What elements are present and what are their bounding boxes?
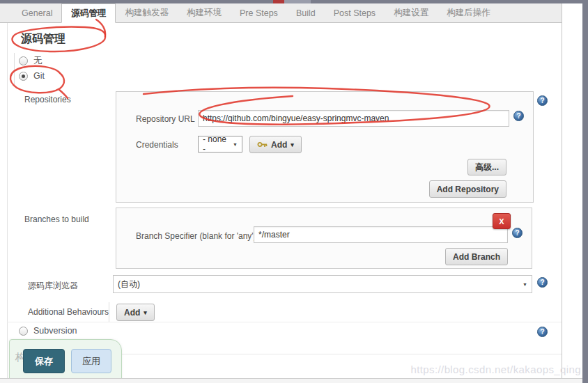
tab-post-steps[interactable]: Post Steps <box>325 3 385 22</box>
tab-build[interactable]: Build <box>287 3 325 22</box>
repository-chunk: Repository URL Credentials - none - ▼ Ad… <box>116 91 534 203</box>
repository-url-input[interactable] <box>198 110 509 127</box>
radio-subversion-icon[interactable] <box>19 327 28 336</box>
add-branch-label: Add Branch <box>453 252 500 262</box>
tab-build-triggers[interactable]: 构建触发器 <box>116 3 178 22</box>
tab-build-settings[interactable]: 构建设置 <box>385 3 438 22</box>
repo-browser-selected-value: (自动) <box>118 279 140 290</box>
key-icon <box>257 141 268 148</box>
apply-button-label: 应用 <box>82 355 100 368</box>
tab-build-environment[interactable]: 构建环境 <box>178 3 231 22</box>
radio-none-icon[interactable] <box>19 56 28 65</box>
right-gutter <box>562 3 583 383</box>
config-tab-bar: General 源码管理 构建触发器 构建环境 Pre Steps Build … <box>0 3 562 23</box>
tab-source-code-management[interactable]: 源码管理 <box>61 3 116 23</box>
repositories-label: Repositories <box>24 95 71 104</box>
tab-general[interactable]: General <box>13 3 61 22</box>
repo-browser-help-icon[interactable]: ? <box>537 277 548 288</box>
repo-browser-label: 源码库浏览器 <box>28 280 78 292</box>
branches-to-build-label: Branches to build <box>24 214 89 224</box>
branch-specifier-label: Branch Specifier (blank for 'any') <box>136 231 256 241</box>
browser-strip-gray-badge <box>284 0 311 3</box>
advanced-button[interactable]: 高级... <box>467 159 506 175</box>
branch-specifier-help-icon[interactable]: ? <box>512 228 523 238</box>
scm-option-none-label: 无 <box>33 55 42 67</box>
add-credential-caret-icon: ▾ <box>291 141 294 148</box>
radio-git-icon[interactable] <box>19 72 28 81</box>
behaviours-divider <box>109 302 109 322</box>
repo-browser-select[interactable]: (自动) ▼ <box>113 275 532 293</box>
add-branch-button[interactable]: Add Branch <box>445 248 508 265</box>
scm-option-none[interactable]: 无 <box>19 55 42 67</box>
scm-option-subversion[interactable]: Subversion <box>19 326 77 336</box>
scm-option-git-label: Git <box>33 71 45 81</box>
add-repository-label: Add Repository <box>437 185 499 194</box>
delete-branch-button[interactable]: X <box>493 213 511 229</box>
tab-pre-steps[interactable]: Pre Steps <box>231 3 287 22</box>
footer-divider <box>120 354 562 354</box>
apply-button[interactable]: 应用 <box>71 349 111 373</box>
save-button[interactable]: 保存 <box>23 349 65 373</box>
save-panel: 构建设置 保存 应用 <box>9 339 122 383</box>
csdn-watermark: https://blog.csdn.net/kakaops_qing <box>410 364 581 375</box>
add-behaviour-label: Add <box>124 308 140 318</box>
repositories-help-icon[interactable]: ? <box>537 95 548 106</box>
credentials-label: Credentials <box>136 140 178 150</box>
repository-url-label: Repository URL <box>136 114 195 124</box>
add-behaviour-caret-icon: ▾ <box>144 309 147 316</box>
scm-option-git[interactable]: Git <box>19 71 45 81</box>
credentials-select-arrow-icon: ▼ <box>233 142 238 147</box>
add-credential-label: Add <box>271 140 287 150</box>
save-button-label: 保存 <box>35 355 53 368</box>
section-divider <box>7 322 562 322</box>
advanced-button-label: 高级... <box>475 162 499 173</box>
add-credential-button[interactable]: Add ▾ <box>249 136 302 153</box>
jenkins-job-config-screen: https://blog.csdn.net/kakaops_qing Gener… <box>0 0 588 383</box>
branch-specifier-input[interactable] <box>254 226 508 243</box>
repo-browser-select-arrow-icon: ▼ <box>523 282 527 287</box>
tab-post-build-actions[interactable]: 构建后操作 <box>438 3 500 22</box>
scm-option-subversion-label: Subversion <box>33 326 77 336</box>
window-right-edge <box>582 0 588 383</box>
credentials-selected-value: - none - <box>203 134 229 154</box>
window-bottom-edge <box>0 378 582 383</box>
branch-chunk: X Branch Specifier (blank for 'any') Add… <box>116 208 532 269</box>
subversion-help-icon[interactable]: ? <box>537 327 548 337</box>
radio-group-divider <box>14 53 15 85</box>
credentials-select[interactable]: - none - ▼ <box>198 136 242 153</box>
repository-url-help-icon[interactable]: ? <box>513 111 524 121</box>
page-title: 源码管理 <box>21 32 65 47</box>
browser-strip-red-badge <box>273 0 284 3</box>
add-behaviour-button[interactable]: Add ▾ <box>116 304 155 321</box>
add-repository-button[interactable]: Add Repository <box>429 180 506 198</box>
delete-branch-label: X <box>499 217 504 226</box>
content-left-border <box>7 23 8 383</box>
additional-behaviours-label: Additional Behaviours <box>28 307 109 317</box>
